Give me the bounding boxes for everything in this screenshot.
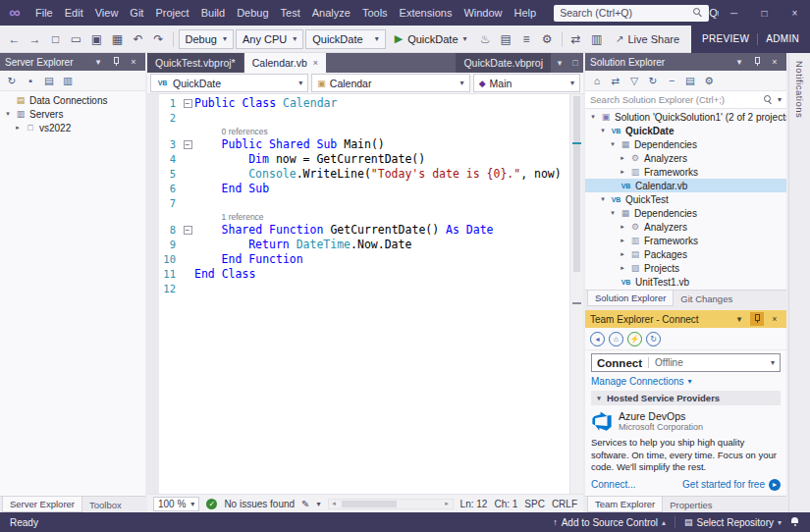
scroll-right-icon[interactable]: ▸ (442, 500, 453, 507)
solution-platform-dropdown[interactable]: Any CPU ▾ (236, 29, 303, 49)
expanded-icon[interactable]: ▾ (4, 110, 12, 118)
redo-icon[interactable]: ↷ (149, 29, 168, 48)
solution-explorer-item-dependencies[interactable]: ▾▦Dependencies (585, 206, 786, 220)
collapsed-icon[interactable]: ▸ (619, 264, 626, 272)
compare-files-icon[interactable]: ⇄ (567, 29, 585, 48)
connections-icon[interactable]: ⚡ (627, 332, 642, 346)
solution-explorer-item-frameworks[interactable]: ▸▥Frameworks (585, 165, 786, 179)
connect-page-dropdown[interactable]: Connect Offline ▾ (591, 353, 781, 372)
stop-refresh-icon[interactable]: ▪ (23, 73, 38, 88)
add-to-source-control-button[interactable]: ↑ Add to Source Control ▴ (553, 517, 666, 528)
spaces-indicator[interactable]: SPC (524, 499, 545, 509)
server-explorer-item-servers[interactable]: ▾▥Servers (0, 107, 145, 121)
quick-search-box[interactable]: Search (Ctrl+Q) (554, 5, 709, 22)
chevron-down-icon[interactable]: ▾ (316, 500, 320, 508)
tool-tab-toolbox[interactable]: Toolbox (82, 497, 129, 512)
chevron-down-icon[interactable]: ▾ (778, 95, 782, 104)
solution-configuration-dropdown[interactable]: Debug ▾ (179, 29, 234, 49)
new-project-icon[interactable]: □ (46, 29, 65, 48)
active-files-list-icon[interactable]: ▾ (552, 58, 567, 68)
close-icon[interactable]: × (768, 312, 782, 326)
switch-views-icon[interactable]: ⇄ (608, 73, 623, 88)
manage-connections-link[interactable]: Manage Connections ▾ (591, 376, 781, 387)
start-debugging-button[interactable]: ▶ QuickDate ▾ (388, 29, 474, 49)
document-tab-quicktest-vbproj[interactable]: QuickTest.vbproj* (147, 53, 243, 73)
fold-toggle[interactable]: − (181, 226, 194, 235)
close-icon[interactable]: × (127, 55, 140, 69)
zoom-dropdown[interactable]: 100 % ▾ (153, 497, 199, 511)
solution-explorer-item-packages[interactable]: ▸▤Packages (585, 247, 786, 261)
notifications-tab[interactable]: Notifications (794, 61, 805, 118)
menu-file[interactable]: File (29, 0, 59, 26)
fold-toggle[interactable]: − (181, 140, 194, 149)
scrollbar-thumb[interactable] (342, 501, 398, 507)
get-started-link[interactable]: Get started for free ▸ (682, 479, 781, 491)
menu-build[interactable]: Build (195, 0, 231, 26)
connect-link[interactable]: Connect... (591, 479, 636, 490)
solution-explorer-item-projects[interactable]: ▸▧Projects (585, 261, 786, 275)
type-dropdown[interactable]: ▣ Calendar ▾ (311, 74, 469, 92)
tool-tab-properties[interactable]: Properties (663, 497, 719, 512)
live-share-button[interactable]: ↗ Live Share (610, 29, 685, 48)
expanded-icon[interactable]: ▾ (589, 113, 597, 121)
home-icon[interactable]: ⌂ (609, 332, 623, 346)
menu-tools[interactable]: Tools (356, 0, 394, 26)
tool-tab-server-explorer[interactable]: Server Explorer (2, 497, 82, 512)
minimize-button[interactable]: ─ (719, 0, 749, 26)
connect-to-database-icon[interactable]: ▤ (41, 73, 57, 88)
command-window-icon[interactable]: ≡ (517, 29, 536, 48)
refresh-icon[interactable]: ↻ (4, 73, 20, 88)
refresh-icon[interactable]: ↻ (645, 73, 661, 88)
solution-explorer-item-analyzers[interactable]: ▸⚙Analyzers (585, 220, 786, 234)
close-tab-icon[interactable]: × (313, 58, 318, 68)
code-editor[interactable]: 1−Public Class Calendar20 references3−Pu… (147, 94, 583, 494)
menu-edit[interactable]: Edit (59, 0, 89, 26)
server-explorer-item-data-connections[interactable]: ▤Data Connections (0, 93, 145, 107)
window-position-icon[interactable]: ▾ (732, 55, 746, 69)
collapse-all-icon[interactable]: − (664, 73, 679, 88)
solution-explorer-item-dependencies[interactable]: ▾▦Dependencies (585, 137, 786, 151)
collapsed-icon[interactable]: ▸ (14, 124, 22, 132)
menu-extensions[interactable]: Extensions (394, 0, 459, 26)
solution-explorer-item-quicktest[interactable]: ▾VBQuickTest (585, 192, 786, 206)
collapsed-icon[interactable]: ▸ (619, 154, 626, 162)
server-explorer-item-vs2022[interactable]: ▸□vs2022 (0, 121, 145, 134)
save-icon[interactable]: ▣ (87, 29, 106, 48)
menu-test[interactable]: Test (275, 0, 306, 26)
collapse-region-icon[interactable]: − (184, 140, 192, 149)
scrollbar-thumb[interactable] (573, 96, 580, 272)
hosted-service-providers-section[interactable]: ▾ Hosted Service Providers (591, 391, 781, 405)
show-all-files-icon[interactable]: ▤ (682, 73, 698, 88)
float-window-icon[interactable]: □ (567, 58, 583, 68)
expanded-icon[interactable]: ▾ (599, 127, 607, 134)
solution-explorer-item-frameworks[interactable]: ▸▥Frameworks (585, 234, 786, 247)
save-all-icon[interactable]: ▦ (108, 29, 127, 48)
notifications-bell-button[interactable] (790, 517, 800, 527)
solution-explorer-item-unittest1-vb[interactable]: VBUnitTest1.vb (585, 275, 786, 289)
menu-git[interactable]: Git (124, 0, 149, 26)
editor-vertical-scrollbar[interactable] (569, 94, 583, 494)
window-position-icon[interactable]: ▾ (91, 55, 105, 69)
home-icon[interactable]: ⌂ (589, 73, 605, 88)
menu-window[interactable]: Window (458, 0, 508, 26)
intellicode-pencil-icon[interactable]: ✎ (301, 499, 309, 509)
select-repository-button[interactable]: ▤ Select Repository ▾ (684, 517, 782, 528)
options-icon[interactable]: ⚙ (538, 29, 557, 48)
refresh-icon[interactable]: ↻ (646, 332, 661, 346)
nav-forward-icon[interactable]: → (26, 29, 44, 48)
task-list-icon[interactable]: ▥ (587, 29, 606, 48)
project-dropdown[interactable]: VB QuickDate ▾ (150, 74, 308, 92)
fold-toggle[interactable]: − (181, 99, 194, 108)
collapse-region-icon[interactable]: − (184, 99, 192, 108)
expanded-icon[interactable]: ▾ (609, 209, 617, 217)
close-button[interactable]: × (780, 0, 810, 26)
document-tab-calendar-vb[interactable]: Calendar.vb× (244, 53, 326, 73)
tool-tab-team-explorer[interactable]: Team Explorer (587, 497, 663, 512)
solution-explorer-item-solution-quicksolution1-2-of-2-projects[interactable]: ▾▣Solution 'QuickSolution1' (2 of 2 proj… (585, 110, 786, 124)
nav-back-icon[interactable]: ← (5, 29, 24, 48)
menu-help[interactable]: Help (509, 0, 543, 26)
collapse-region-icon[interactable]: − (184, 226, 192, 235)
connect-to-server-icon[interactable]: ▥ (60, 73, 76, 88)
undo-icon[interactable]: ↶ (129, 29, 147, 48)
solution-explorer-search-box[interactable]: Search Solution Explorer (Ctrl+;) ▾ (585, 91, 786, 109)
